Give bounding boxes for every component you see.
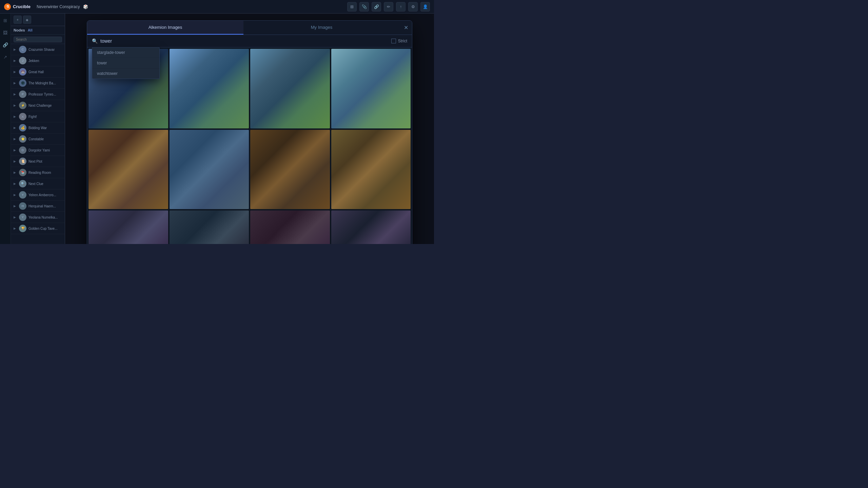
suggestion-tower[interactable]: tower [92,58,159,68]
chevron-icon: ▶ [14,204,17,208]
sidebar-toolbar-btn-1[interactable]: + [14,16,22,24]
image-add-btn-1[interactable]: + [156,116,165,126]
sidebar-item-great-hall[interactable]: ▶ 🏰 Great Hall [11,66,65,78]
image-zoom-btn-2[interactable]: 🔍 [225,116,235,126]
avatar-constable: ⭐ [19,135,26,143]
avatar-fight: ⚔ [19,113,26,120]
sidebar-item-yeolana[interactable]: ▶ Y Yeolana Numelka... [11,212,65,223]
sidebar-item-name: The Midnight Ba... [28,81,56,85]
image-add-btn-5[interactable]: + [156,197,165,206]
main-layout: ⊞ 🖼 🔗 ↗ + ◈ Nodes All ▶ C Crazumin Shava… [0,14,434,244]
image-cell-2[interactable]: 🔍 + [170,49,249,128]
avatar-midnight: 🌑 [19,79,26,87]
image-cell-10[interactable]: 🔍 + [170,210,249,244]
chevron-icon: ▶ [14,137,17,141]
tab-my-images[interactable]: My Images [243,21,400,35]
chevron-icon: ▶ [14,70,17,74]
tab-alkemion-images[interactable]: Alkemion Images [87,21,243,35]
image-zoom-btn-4[interactable]: 🔍 [387,116,396,126]
image-cell-4[interactable]: 🔍 + [331,49,411,128]
sidebar-item-name: Fight! [28,115,37,119]
sidebar-item-next-plot[interactable]: ▶ 📜 Next Plot [11,156,65,167]
image-cell-9[interactable]: 🔍 + [88,210,168,244]
sidebar-item-name: Yelren Ambercro... [28,193,56,197]
chevron-icon: ▶ [14,171,17,174]
sidebar-item-fight[interactable]: ▶ ⚔ Fight! [11,111,65,122]
sidebar-item-next-clue[interactable]: ▶ 🔍 Next Clue [11,178,65,189]
sidebar-item-jekken[interactable]: ▶ J Jekken [11,55,65,66]
topbar-edit-btn[interactable]: ✏ [384,2,393,12]
left-icon-sidebar: ⊞ 🖼 🔗 ↗ [0,14,11,244]
image-cell-6[interactable]: 🔍 + [170,130,249,209]
chevron-icon: ▶ [14,81,17,85]
search-icon: 🔍 [92,38,98,44]
chevron-icon: ▶ [14,148,17,152]
image-add-btn-7[interactable]: + [318,197,327,206]
left-icon-share[interactable]: ↗ [1,53,9,61]
image-cell-7[interactable]: 🔍 + [250,130,330,209]
strict-checkbox[interactable] [391,39,396,43]
image-zoom-btn-7[interactable]: 🔍 [306,197,316,206]
left-icon-grid[interactable]: ⊞ [1,16,9,24]
image-add-btn-3[interactable]: + [318,116,327,126]
sidebar-item-name: Great Hall [28,70,44,74]
image-zoom-btn-5[interactable]: 🔍 [144,197,154,206]
image-zoom-btn-1[interactable]: 🔍 [144,116,154,126]
sidebar-item-name: Bidding War [28,126,47,130]
content-area: Alkemion Images My Images ✕ 🔍 Strict sta… [65,14,434,244]
topbar-settings-btn[interactable]: ⚙ [408,2,418,12]
chevron-icon: ▶ [14,227,17,230]
sidebar-item-next-challenge[interactable]: ▶ ⚡ Next Challenge [11,100,65,111]
image-zoom-btn-8[interactable]: 🔍 [387,197,396,206]
sidebar-item-reading-room[interactable]: ▶ 📚 Reading Room [11,167,65,178]
strict-label[interactable]: Strict [391,39,407,43]
image-cell-12[interactable]: 🔍 + [331,210,411,244]
avatar-next-plot: 📜 [19,158,26,165]
image-picker-modal: Alkemion Images My Images ✕ 🔍 Strict sta… [87,20,412,244]
image-cell-5[interactable]: 🔍 + [88,130,168,209]
modal-overlay: Alkemion Images My Images ✕ 🔍 Strict sta… [65,14,434,244]
topbar-attach-btn[interactable]: 📎 [359,2,369,12]
image-add-btn-4[interactable]: + [398,116,408,126]
topbar-right: ⊞ 📎 🔗 ✏ ↑ ⚙ 👤 [347,2,430,12]
topbar-share-btn[interactable]: ↑ [396,2,406,12]
image-add-btn-2[interactable]: + [237,116,246,126]
image-cell-8[interactable]: 🔍 + [331,130,411,209]
image-cell-11[interactable]: 🔍 + [250,210,330,244]
image-zoom-btn-3[interactable]: 🔍 [306,116,316,126]
sidebar-item-herquinal[interactable]: ▶ H Herquinal Haern... [11,201,65,212]
avatar-dorgolor: D [19,146,26,154]
image-add-btn-8[interactable]: + [398,197,408,206]
image-add-btn-6[interactable]: + [237,197,246,206]
sidebar-item-dorgolor[interactable]: ▶ D Dorgolor Yami [11,145,65,156]
sidebar-item-name: Constable [28,137,44,141]
sidebar-item-bidding-war[interactable]: ▶ 💰 Bidding War [11,122,65,134]
sidebar-item-name: Dorgolor Yami [28,148,50,152]
topbar-link-btn[interactable]: 🔗 [372,2,381,12]
topbar-user-btn[interactable]: 👤 [420,2,430,12]
sidebar-item-name: Next Plot [28,160,42,163]
sidebar-search-input[interactable] [14,37,62,42]
chevron-icon: ▶ [14,48,17,51]
modal-close-button[interactable]: ✕ [400,21,412,35]
sidebar-toolbar-btn-2[interactable]: ◈ [23,16,31,24]
image-zoom-btn-6[interactable]: 🔍 [225,197,235,206]
suggestion-starglade-tower[interactable]: starglade-tower [92,47,159,58]
chevron-icon: ▶ [14,182,17,185]
sidebar-item-professor[interactable]: ▶ P Professor Tymro... [11,89,65,100]
sidebar-item-midnight[interactable]: ▶ 🌑 The Midnight Ba... [11,78,65,89]
topbar-grid-btn[interactable]: ⊞ [347,2,357,12]
left-icon-link[interactable]: 🔗 [1,41,9,49]
left-icon-image[interactable]: 🖼 [1,28,9,37]
sidebar-item-name: Yeolana Numelka... [28,216,58,219]
sidebar-item-crazumin[interactable]: ▶ C Crazumin Shavar [11,44,65,55]
sidebar-item-yelren[interactable]: ▶ Y Yelren Ambercro... [11,189,65,201]
chevron-icon: ▶ [14,216,17,219]
avatar-professor: P [19,90,26,98]
image-cell-3[interactable]: 🔍 + [250,49,330,128]
sidebar-item-constable[interactable]: ▶ ⭐ Constable [11,134,65,145]
suggestion-watchtower[interactable]: watchtower [92,68,159,79]
sidebar-item-golden-cup[interactable]: ▶ 🏆 Golden Cup Tave... [11,223,65,234]
nodes-all-btn[interactable]: All [28,28,33,32]
image-search-input[interactable] [100,38,389,44]
